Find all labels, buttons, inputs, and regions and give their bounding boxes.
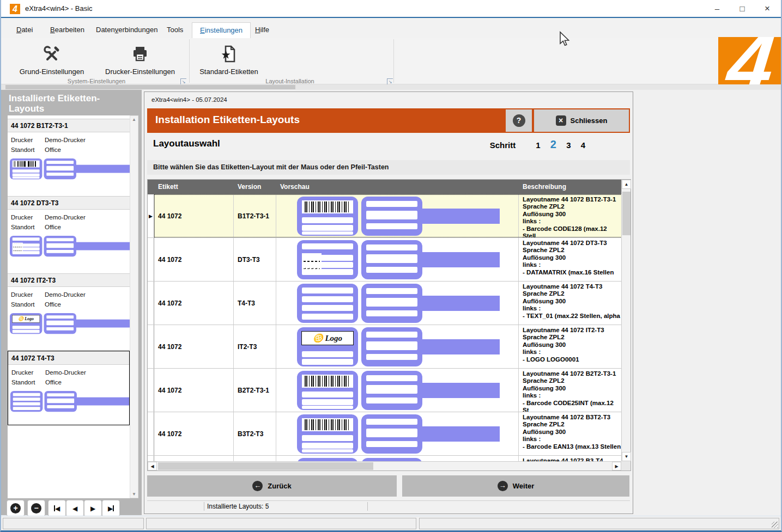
- table-row[interactable]: 44 1072 B3T2-T3 Layoutname 44 1072 B3T2-…: [148, 412, 622, 456]
- scroll-up-icon[interactable]: ▲: [130, 117, 138, 122]
- next-arrow-icon: →: [498, 481, 508, 491]
- scroll-down-icon[interactable]: ▼: [622, 452, 631, 461]
- drucker-einstellungen-button[interactable]: Drucker-Einstellungen: [99, 42, 181, 76]
- location-label: Standort: [11, 379, 45, 386]
- menu-hilfe[interactable]: Hilfe: [247, 22, 277, 38]
- maximize-button[interactable]: □: [730, 0, 755, 17]
- scrollbar-corner: [621, 461, 631, 470]
- location-label: Standort: [11, 146, 45, 153]
- standard-etiketten-button[interactable]: Standard-Etiketten: [193, 42, 265, 76]
- window-title: eXtra4<win4> - Basic: [25, 4, 93, 13]
- menu-einstellungen[interactable]: Einstellungen: [192, 22, 251, 38]
- next-record-button[interactable]: ▶: [84, 500, 102, 517]
- label-preview: [10, 236, 128, 256]
- table-vertical-scrollbar[interactable]: ▲ ▼: [621, 180, 631, 461]
- table-row[interactable]: 44 1072 T4-T3 Layoutname 44 1072 T4-T3 S…: [148, 282, 622, 325]
- grund-einstellungen-button[interactable]: Grund-Einstellungen: [13, 42, 90, 76]
- back-arrow-icon: ←: [252, 481, 263, 491]
- layout-table: Etikett Version Vorschau Beschreibung ▶ …: [147, 179, 631, 471]
- layout-card[interactable]: 44 1072 IT2-T3 DruckerDemo-Drucker Stand…: [8, 273, 130, 347]
- step-label: Schritt: [490, 140, 516, 150]
- table-header: Etikett Version Vorschau Beschreibung: [148, 180, 631, 194]
- cell-etikett: 44 1072: [154, 238, 234, 281]
- group-launcher-icon[interactable]: ↘: [180, 78, 186, 84]
- last-record-button[interactable]: ▶: [102, 500, 120, 517]
- previous-record-button[interactable]: ◀: [66, 500, 84, 517]
- first-record-button[interactable]: ◀: [48, 500, 66, 517]
- close-window-button[interactable]: ×: [755, 0, 780, 17]
- card-title: 44 1072 IT2-T3: [8, 273, 130, 287]
- window-titlebar: 4 eXtra4<win4> - Basic – □ ×: [1, 0, 781, 18]
- printer-label: Drucker: [11, 214, 45, 221]
- weiter-button[interactable]: → Weiter: [402, 475, 629, 497]
- table-row[interactable]: ▶ 44 1072 B1T2-T3-1 Layoutname 44 1072 B…: [148, 194, 622, 238]
- col-beschreibung: Beschreibung: [519, 180, 622, 194]
- menu-datei[interactable]: Datei: [9, 22, 40, 38]
- menu-tools[interactable]: Tools: [159, 22, 191, 38]
- card-title: 44 1072 T4-T3: [8, 351, 129, 365]
- scroll-right-icon[interactable]: ▶: [612, 462, 621, 470]
- horizontal-scroll-thumb[interactable]: [158, 462, 373, 470]
- zurueck-button[interactable]: ← Zurück: [147, 475, 397, 497]
- step-indicator: Schritt 1 2 3 4: [490, 138, 589, 151]
- section-title: Layoutauswahl: [153, 138, 220, 149]
- add-layout-button[interactable]: +: [7, 500, 25, 517]
- step-2-active: 2: [550, 138, 556, 150]
- layout-card[interactable]: 44 1072 T4-T3 DruckerDemo-Drucker Stando…: [8, 351, 130, 425]
- minus-icon: −: [31, 503, 41, 513]
- step-3: 3: [566, 140, 571, 150]
- cell-beschreibung: Layoutname 44 1072 T4-T3 Sprache ZPL2 Au…: [519, 282, 622, 325]
- printer-label: Drucker: [11, 137, 45, 143]
- table-row[interactable]: 44 1072 DT3-T3 Layoutname 44 1072 DT3-T3…: [148, 238, 622, 282]
- cell-beschreibung: Layoutname 44 1072 B3-T4: [519, 456, 622, 461]
- menu-datenverbindungen[interactable]: Datenverbindungen: [88, 22, 166, 38]
- minimize-button[interactable]: –: [705, 0, 730, 17]
- cell-etikett: 44 1072: [154, 369, 234, 412]
- scroll-left-icon[interactable]: ◀: [148, 462, 157, 470]
- ribbon-splitter: [1, 84, 781, 90]
- printer-label: Drucker: [11, 291, 45, 298]
- cell-etikett: 44 1072: [154, 412, 234, 455]
- sidebar-scrollbar[interactable]: ▲ ▼: [130, 115, 138, 498]
- scroll-down-icon[interactable]: ▼: [130, 492, 138, 497]
- label-preview: [10, 158, 128, 179]
- cell-beschreibung: Layoutname 44 1072 DT3-T3 Sprache ZPL2 A…: [519, 238, 622, 281]
- layout-card[interactable]: 44 1072 DT3-T3 DruckerDemo-Drucker Stand…: [8, 196, 130, 270]
- label-preview: [297, 371, 519, 410]
- cell-beschreibung: Layoutname 44 1072 B3T2-T3 Sprache ZPL2 …: [519, 412, 622, 455]
- installed-layouts-list: 44 1072 B1T2-T3-1 DruckerDemo-Drucker St…: [8, 115, 130, 498]
- vertical-scroll-thumb[interactable]: [622, 192, 631, 235]
- status-panel: [146, 518, 416, 529]
- label-preview: [297, 240, 519, 279]
- layout-card[interactable]: 44 1072 B1T2-T3-1 DruckerDemo-Drucker St…: [8, 119, 130, 192]
- resize-grip-icon[interactable]: [772, 522, 778, 528]
- cell-etikett: 44 1072: [154, 194, 234, 237]
- label-preview: [297, 284, 519, 323]
- label-preview: ♋ Logo: [10, 313, 128, 334]
- dialog-statusbar: Installierte Layouts: 5: [147, 500, 630, 512]
- last-icon: ▶: [108, 505, 113, 512]
- scroll-up-icon[interactable]: ▲: [622, 180, 631, 189]
- location-label: Standort: [11, 301, 45, 308]
- schliessen-button[interactable]: × Schliessen: [534, 109, 629, 132]
- table-row[interactable]: Layoutname 44 1072 B3-T4: [148, 456, 622, 461]
- cell-version: B2T2-T3-1: [234, 369, 276, 412]
- label-preview: [297, 197, 519, 236]
- plus-icon: +: [10, 503, 21, 513]
- help-button[interactable]: ?: [506, 109, 532, 132]
- cell-version: T4-T3: [234, 282, 276, 325]
- menu-bearbeiten[interactable]: Bearbeiten: [43, 22, 92, 38]
- group-launcher-icon[interactable]: ↘: [387, 78, 393, 84]
- table-horizontal-scrollbar[interactable]: ◀ ▶: [148, 461, 621, 470]
- dialog-titlebar: eXtra4<win4> - 05.07.2024: [151, 96, 227, 103]
- col-etikett: Etikett: [154, 180, 234, 194]
- location-value: Office: [45, 379, 62, 386]
- selected-row-marker-icon: ▶: [149, 213, 153, 219]
- printer-value: Demo-Drucker: [45, 291, 86, 298]
- remove-layout-button[interactable]: −: [27, 500, 45, 517]
- cell-etikett: 44 1072: [154, 282, 234, 325]
- cell-vorschau: [276, 238, 519, 281]
- table-row[interactable]: 44 1072 IT2-T3 ♋ Logo Layoutname 44 1072…: [148, 325, 622, 369]
- table-row[interactable]: 44 1072 B2T2-T3-1 Layoutname 44 1072 B2T…: [148, 369, 622, 412]
- label-preview: ♋ Logo: [297, 327, 519, 366]
